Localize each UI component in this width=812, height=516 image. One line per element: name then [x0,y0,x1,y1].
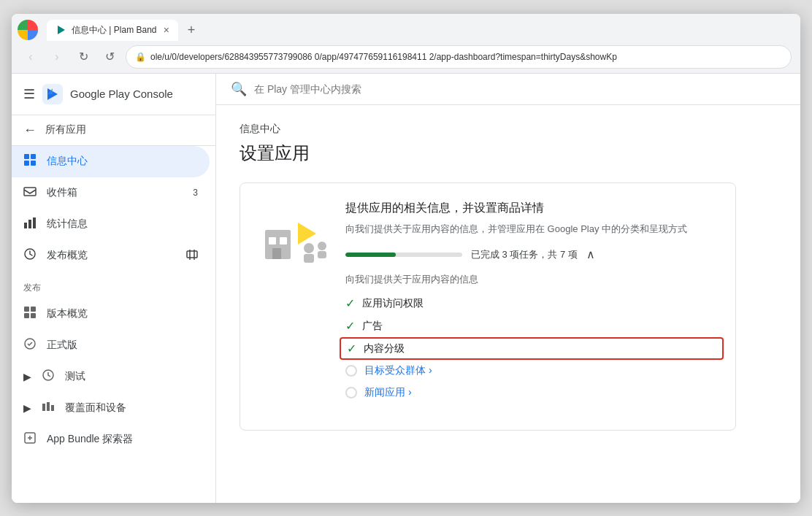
svg-rect-19 [31,313,36,318]
top-search-bar: 🔍 [216,74,800,105]
task-circle-icon [345,365,357,377]
task-check-icon: ✓ [345,296,355,310]
tab-close-button[interactable]: × [164,24,169,36]
sidebar-item-stats-label: 统计信息 [47,217,198,231]
reload-button[interactable]: ↻ [73,47,93,67]
svg-rect-7 [31,161,36,166]
sidebar-item-release-version-label: 正式版 [47,339,198,352]
tab-favicon-icon [55,24,67,36]
app-bundle-icon [23,431,37,448]
search-icon: 🔍 [231,81,247,97]
sidebar-item-inbox-label: 收件箱 [47,186,183,199]
svg-rect-8 [24,188,36,196]
task-item-target-audience[interactable]: 目标受众群体 › [345,360,718,382]
sidebar: ☰ Google Play Console ← 所有应用 信息中心 [12,74,216,503]
svg-rect-11 [33,217,36,228]
sidebar-item-coverage-label: 覆盖面和设备 [65,401,204,415]
gpc-logo-icon [42,84,63,104]
task-label-ads: 广告 [362,320,383,333]
sidebar-item-test[interactable]: ▶ 测试 [12,361,215,393]
task-item-news-app[interactable]: 新闻应用 › [345,382,718,404]
browser-toolbar: ‹ › ↻ ↺ 🔒 ole/u/0/developers/62884395577… [12,41,800,73]
hamburger-icon[interactable]: ☰ [23,86,35,102]
back-nav[interactable]: ← 所有应用 [12,115,215,146]
svg-rect-29 [272,248,281,259]
sidebar-item-release[interactable]: 发布概览 [12,240,210,272]
page-title: 设置应用 [240,142,777,165]
tasks-section: 向我们提供关于应用内容的信息 ✓ 应用访问权限 ✓ 广告 [345,273,718,404]
task-check-icon: ✓ [345,319,355,333]
task-circle-icon [345,387,357,398]
inbox-icon [23,185,37,201]
browser-window: 信息中心 | Plam Band × + ‹ › ↻ ↺ 🔒 ole/u/0/d… [12,14,800,503]
back-history-button[interactable]: ↺ [99,47,120,67]
card-body: 提供应用的相关信息，并设置商品详情 向我们提供关于应用内容的信息，并管理应用在 … [240,183,735,431]
content-area: 信息中心 设置应用 [216,105,800,503]
progress-section: 已完成 3 项任务，共 7 项 ∧ [345,247,718,261]
setup-card: 提供应用的相关信息，并设置商品详情 向我们提供关于应用内容的信息，并管理应用在 … [240,182,736,431]
sidebar-item-test-label: 测试 [65,370,204,383]
search-input[interactable] [254,83,786,95]
task-item-app-access[interactable]: ✓ 应用访问权限 [345,292,718,315]
browser-tab[interactable]: 信息中心 | Plam Band × [47,20,178,41]
sidebar-item-inbox[interactable]: 收件箱 3 [12,177,210,209]
sidebar-header: ☰ Google Play Console [12,74,215,115]
task-label-app-access: 应用访问权限 [362,297,424,310]
forward-button[interactable]: › [47,47,67,67]
task-item-ads[interactable]: ✓ 广告 [345,315,718,337]
test-icon [42,369,55,385]
svg-rect-10 [28,220,31,228]
release-version-icon [23,337,37,354]
svg-rect-16 [24,307,29,312]
address-bar[interactable]: 🔒 ole/u/0/developers/628843955773799086 … [126,45,792,69]
svg-rect-28 [280,237,287,244]
sidebar-item-app-bundle[interactable]: App Bundle 探索器 [12,424,210,455]
svg-rect-32 [304,254,314,263]
sidebar-item-app-bundle-label: App Bundle 探索器 [47,433,198,446]
progress-bar-fill [345,253,396,257]
back-label: 所有应用 [45,123,86,136]
svg-rect-9 [24,223,27,228]
svg-rect-23 [47,402,50,411]
progress-bar-bg [345,253,462,257]
sidebar-item-version-overview-label: 版本概览 [47,307,198,320]
dashboard-icon [23,153,37,170]
svg-rect-22 [42,404,45,411]
test-expand-icon: ▶ [23,371,31,382]
breadcrumb: 信息中心 [240,123,777,136]
sidebar-item-dashboard-label: 信息中心 [47,155,198,168]
svg-rect-5 [31,154,36,159]
publish-section-label: 发布 [12,272,215,299]
card-illustration [258,201,331,413]
task-item-content-rating[interactable]: ✓ 内容分级 [340,337,724,360]
svg-rect-17 [31,307,36,312]
card-info: 提供应用的相关信息，并设置商品详情 向我们提供关于应用内容的信息，并管理应用在 … [345,201,718,413]
progress-expand-icon[interactable]: ∧ [586,247,595,261]
sidebar-item-coverage[interactable]: ▶ 覆盖面和设备 [12,393,215,424]
main-content: 🔍 信息中心 设置应用 [216,74,800,503]
new-tab-button[interactable]: + [181,20,202,40]
svg-rect-18 [24,313,29,318]
release-icon [23,247,37,264]
svg-rect-4 [24,154,29,159]
browser-chrome: 信息中心 | Plam Band × + ‹ › ↻ ↺ 🔒 ole/u/0/d… [12,14,800,74]
release-badge [186,249,198,263]
inbox-badge: 3 [193,188,198,198]
card-title: 提供应用的相关信息，并设置商品详情 [345,201,718,216]
svg-rect-13 [187,251,197,258]
browser-tabs: 信息中心 | Plam Band × + [12,14,800,41]
address-text: ole/u/0/developers/628843955773799086 0/… [150,52,782,62]
version-overview-icon [23,306,37,323]
task-label-news-app: 新闻应用 › [364,386,412,399]
coverage-expand-icon: ▶ [23,402,31,414]
sidebar-item-version-overview[interactable]: 版本概览 [12,299,210,330]
svg-marker-0 [58,26,65,34]
task-label-content-rating: 内容分级 [364,342,405,355]
progress-label: 已完成 3 项任务，共 7 项 [471,248,578,261]
sidebar-item-stats[interactable]: 统计信息 [12,209,210,240]
sidebar-item-dashboard[interactable]: 信息中心 [12,146,210,177]
app-layout: ☰ Google Play Console ← 所有应用 信息中心 [12,74,800,503]
back-button[interactable]: ‹ [20,47,41,67]
sidebar-item-release-version[interactable]: 正式版 [12,330,210,361]
task-check-icon: ✓ [347,342,356,355]
